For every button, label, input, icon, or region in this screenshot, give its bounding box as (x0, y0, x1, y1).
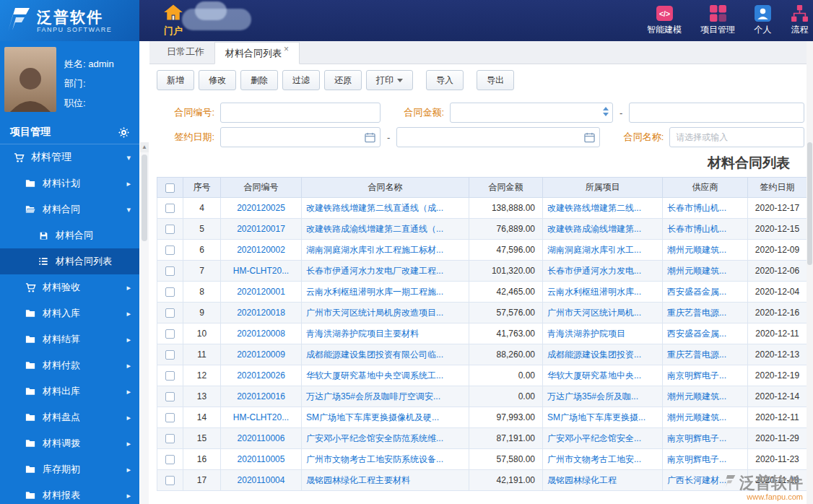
contract-no-link[interactable]: 2020110004 (221, 470, 302, 491)
column-header[interactable]: 合同名称 (302, 178, 469, 198)
sidebar-item-material-settlement[interactable]: 材料结算▸ (0, 326, 139, 352)
row-checkbox[interactable] (165, 455, 175, 464)
export-button[interactable]: 导出 (477, 70, 514, 90)
contract-no-input[interactable] (221, 103, 380, 122)
contract-no-link[interactable]: 2020110005 (221, 449, 302, 470)
table-row[interactable]: 152020110006广安邓小平纪念馆安全防范系统维...87,191.00广… (157, 428, 807, 449)
contract-no-link[interactable]: HM-CLHT20... (221, 407, 302, 428)
tab-material-contract-list[interactable]: 材料合同列表× (214, 42, 300, 64)
page-scrollbar[interactable] (807, 41, 813, 504)
column-header[interactable]: 签约日期 (748, 178, 807, 198)
delete-button[interactable]: 删除 (240, 70, 278, 90)
topbar-app-workflow[interactable]: 流程 (791, 4, 809, 36)
sidebar-item-material-report[interactable]: 材料报表▸ (0, 482, 139, 504)
calendar-icon[interactable] (365, 132, 375, 143)
contract-no-link[interactable]: 2020120009 (221, 344, 302, 365)
app-logo[interactable]: 泛普软件 FANPU SOFTWARE (0, 0, 139, 41)
row-checkbox[interactable] (165, 266, 175, 276)
row-checkbox[interactable] (165, 476, 175, 485)
row-checkbox[interactable] (165, 350, 175, 360)
column-header[interactable]: 合同编号 (221, 178, 302, 198)
table-row[interactable]: 92020120018广州市天河区统计局机房改造项目...57,576.00广州… (157, 303, 807, 323)
calendar-icon[interactable] (584, 132, 595, 143)
amount-from-input[interactable] (451, 103, 612, 122)
sidebar-item-material-management[interactable]: 材料管理▾ (0, 144, 139, 170)
contract-no-link[interactable]: 2020120008 (221, 323, 302, 344)
column-header[interactable]: 供应商 (663, 178, 748, 198)
number-spinner-icon[interactable] (603, 107, 609, 116)
scrollbar-thumb[interactable] (807, 142, 812, 265)
contract-name-input[interactable] (670, 128, 804, 147)
table-row[interactable]: 14HM-CLHT20...SM广场地下车库更换摄像机及硬...97,993.0… (157, 407, 807, 428)
sidebar-item-material-contract-group[interactable]: 材料合同▾ (0, 196, 139, 222)
table-row[interactable]: 102020120008青海洪湖养护院项目主要材料41,763.00青海洪湖养护… (157, 323, 807, 344)
row-checkbox[interactable] (165, 287, 175, 297)
avatar[interactable] (4, 47, 56, 112)
row-checkbox[interactable] (165, 392, 175, 401)
filter-button[interactable]: 过滤 (282, 70, 320, 90)
contract-no-link[interactable]: 2020120018 (221, 303, 302, 323)
contract-no-link[interactable]: HM-CLHT20... (221, 261, 302, 282)
table-row[interactable]: 122020120026华软大厦研究基地中央空调系统工...0.00华软大厦研究… (157, 365, 807, 386)
modify-button[interactable]: 修改 (199, 70, 236, 90)
contract-no-link[interactable]: 2020120026 (221, 365, 302, 386)
sidebar-item-material-inbound[interactable]: 材料入库▸ (0, 300, 139, 326)
sidebar-item-material-transfer[interactable]: 材料调拨▸ (0, 430, 139, 456)
amount-to-input[interactable] (630, 103, 804, 122)
sidebar-item-material-stocktaking[interactable]: 材料盘点▸ (0, 404, 139, 430)
row-checkbox[interactable] (165, 204, 175, 213)
table-row[interactable]: 7HM-CLHT20...长春市伊通河水力发电厂改建工程...101,320.0… (157, 261, 807, 282)
row-checkbox[interactable] (165, 308, 175, 318)
date-to-input[interactable] (397, 128, 599, 147)
row-checkbox[interactable] (165, 413, 175, 422)
sidebar-item-material-outbound[interactable]: 材料出库▸ (0, 378, 139, 404)
row-checkbox[interactable] (165, 246, 175, 255)
sidebar-item-material-contract[interactable]: 材料合同 (0, 222, 139, 248)
contract-no-link[interactable]: 2020120017 (221, 219, 302, 240)
portal-button[interactable]: 门户 (157, 4, 189, 38)
row-checkbox[interactable] (165, 225, 175, 234)
topbar-app-project-management[interactable]: 项目管理 (700, 4, 735, 36)
row-checkbox[interactable] (165, 371, 175, 381)
date-from-input[interactable] (221, 128, 380, 147)
select-all-checkbox[interactable] (165, 183, 175, 193)
table-row[interactable]: 52020120017改建铁路成渝线增建第二直通线（...76,889.00改建… (157, 219, 807, 240)
sidebar-item-inventory-initial[interactable]: 库存期初▸ (0, 456, 139, 482)
print-button[interactable]: 打印 (366, 70, 413, 90)
row-select-cell (157, 428, 183, 449)
contract-no-link[interactable]: 2020120001 (221, 282, 302, 303)
table-row[interactable]: 132020120016万达广场35#会所及咖啡厅空调安...0.00万达广场3… (157, 386, 807, 407)
column-header[interactable]: 合同金额 (469, 178, 543, 198)
sidebar-item-material-acceptance[interactable]: 材料验收▸ (0, 274, 139, 300)
column-header[interactable]: 所属项目 (543, 178, 663, 198)
table-row[interactable]: 112020120009成都能源建设集团投资有限公司临...88,260.00成… (157, 344, 807, 365)
sidebar-item-material-contract-list[interactable]: 材料合同列表 (0, 248, 139, 274)
scrollbar-thumb[interactable] (142, 155, 147, 241)
sidebar-item-material-payment[interactable]: 材料付款▸ (0, 352, 139, 378)
row-checkbox[interactable] (165, 434, 175, 443)
column-header[interactable]: 序号 (183, 178, 221, 198)
table-row[interactable]: 172020110004晟铭园林绿化工程主要材料42,191.00晟铭园林绿化工… (157, 470, 807, 491)
scroll-up-icon[interactable]: ▲ (140, 142, 149, 152)
topbar-app-personal[interactable]: 个人 (754, 4, 772, 36)
import-button[interactable]: 导入 (426, 70, 464, 90)
gear-icon[interactable] (118, 127, 129, 138)
tab-daily-work[interactable]: 日常工作 (157, 41, 214, 64)
add-button[interactable]: 新增 (157, 70, 194, 90)
table-row[interactable]: 82020120001云南水利枢纽潜明水库一期工程施...42,465.00云南… (157, 282, 807, 303)
table-row[interactable]: 62020120002湖南洞庭湖水库引水工程施工标材...47,596.00湖南… (157, 240, 807, 261)
select-all-header[interactable] (157, 178, 183, 198)
contract-no-link[interactable]: 2020120002 (221, 240, 302, 261)
portal-label: 门户 (164, 25, 183, 38)
contract-no-link[interactable]: 2020110006 (221, 428, 302, 449)
content-scrollbar[interactable]: ▲ (140, 142, 149, 504)
contract-no-link[interactable]: 2020120025 (221, 198, 302, 219)
table-row[interactable]: 42020120025改建铁路线增建第二线直通线（成...138,888.00改… (157, 198, 807, 219)
row-checkbox[interactable] (165, 329, 175, 339)
sidebar-item-material-plan[interactable]: 材料计划▸ (0, 170, 139, 196)
topbar-app-smart-modeling[interactable]: </>智能建模 (647, 4, 682, 36)
contract-no-link[interactable]: 2020120016 (221, 386, 302, 407)
restore-button[interactable]: 还原 (324, 70, 362, 90)
close-icon[interactable]: × (284, 44, 289, 54)
table-row[interactable]: 162020110005广州市文物考古工地安防系统设备...57,580.00广… (157, 449, 807, 470)
